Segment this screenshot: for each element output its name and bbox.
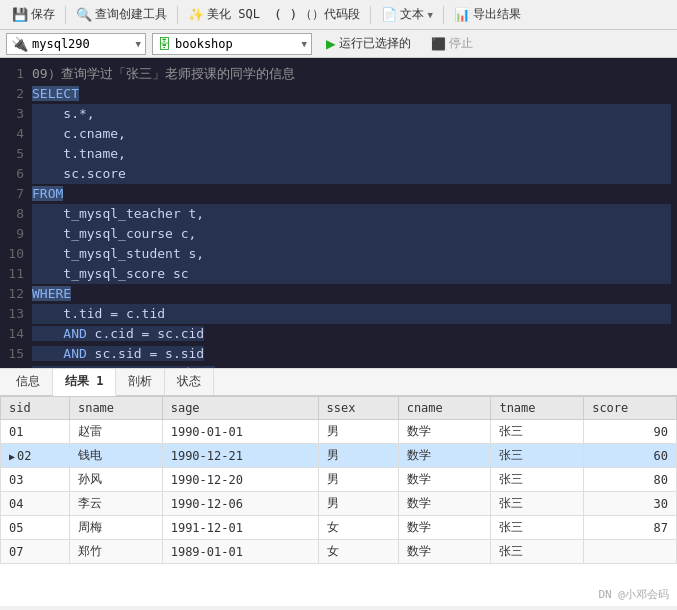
line-number: 14: [6, 324, 24, 344]
code-line: c.cname,: [32, 124, 671, 144]
line-number: 15: [6, 344, 24, 364]
results-table-container[interactable]: sidsnamesagessexcnametnamescore 01赵雷1990…: [0, 396, 677, 606]
table-row[interactable]: 03孙风1990-12-20男数学张三80: [1, 468, 677, 492]
table-cell: 03: [1, 468, 70, 492]
results-wrapper: sidsnamesagessexcnametnamescore 01赵雷1990…: [0, 396, 677, 606]
results-table: sidsnamesagessexcnametnamescore 01赵雷1990…: [0, 396, 677, 564]
line-number: 4: [6, 124, 24, 144]
run-icon: ▶: [326, 34, 336, 53]
table-cell: 80: [584, 468, 677, 492]
line-numbers: 1234567891011121314151617: [0, 58, 28, 368]
connection-selector[interactable]: 🔌 mysql290 ▼: [6, 33, 146, 55]
result-tab[interactable]: 结果 1: [53, 369, 116, 396]
toolbar-separator-2: [177, 6, 178, 24]
table-cell: 男: [318, 492, 398, 516]
stop-label: 停止: [449, 35, 473, 52]
table-cell: 张三: [491, 492, 584, 516]
text-icon: 📄: [381, 7, 397, 22]
text-dropdown-arrow: ▼: [427, 10, 432, 20]
table-row[interactable]: 02钱电1990-12-21男数学张三60: [1, 444, 677, 468]
table-cell: 赵雷: [69, 420, 162, 444]
table-cell: 30: [584, 492, 677, 516]
table-header: ssex: [318, 397, 398, 420]
code-line: t.tname,: [32, 144, 671, 164]
line-number: 7: [6, 184, 24, 204]
beautify-button[interactable]: ✨ 美化 SQL: [182, 4, 266, 25]
toolbar-separator: [65, 6, 66, 24]
toolbar: 💾 保存 🔍 查询创建工具 ✨ 美化 SQL ( ) （）代码段 📄 文本 ▼ …: [0, 0, 677, 30]
table-row[interactable]: 05周梅1991-12-01女数学张三87: [1, 516, 677, 540]
code-line: sc.score: [32, 164, 671, 184]
code-line: AND t.tname = '张三': [32, 364, 671, 368]
table-row[interactable]: 07郑竹1989-01-01女数学张三: [1, 540, 677, 564]
table-cell: 60: [584, 444, 677, 468]
line-number: 13: [6, 304, 24, 324]
table-cell: 郑竹: [69, 540, 162, 564]
table-cell: 1990-12-06: [162, 492, 318, 516]
query-builder-button[interactable]: 🔍 查询创建工具: [70, 4, 173, 25]
table-cell: 男: [318, 444, 398, 468]
table-cell: 05: [1, 516, 70, 540]
query-builder-icon: 🔍: [76, 7, 92, 22]
table-cell: 张三: [491, 516, 584, 540]
table-cell: 女: [318, 516, 398, 540]
save-button[interactable]: 💾 保存: [6, 4, 61, 25]
line-number: 8: [6, 204, 24, 224]
table-cell: 01: [1, 420, 70, 444]
code-line: AND c.cid = sc.cid: [32, 324, 671, 344]
code-line: SELECT: [32, 84, 671, 104]
table-cell: 数学: [398, 420, 491, 444]
table-cell: 02: [1, 444, 70, 468]
run-label: 运行已选择的: [339, 35, 411, 52]
result-tab[interactable]: 信息: [4, 369, 53, 395]
toolbar-separator-3: [370, 6, 371, 24]
table-cell: 钱电: [69, 444, 162, 468]
line-number: 11: [6, 264, 24, 284]
table-cell: 孙风: [69, 468, 162, 492]
code-content[interactable]: 09）查询学过「张三」老师授课的同学的信息SELECT s.*, c.cname…: [28, 58, 677, 368]
code-line: t.tid = c.tid: [32, 304, 671, 324]
table-cell: 张三: [491, 468, 584, 492]
table-row[interactable]: 04李云1990-12-06男数学张三30: [1, 492, 677, 516]
line-number: 6: [6, 164, 24, 184]
database-selector[interactable]: 🗄 bookshop ▼: [152, 33, 312, 55]
run-button[interactable]: ▶ 运行已选择的: [318, 32, 419, 55]
code-line: t_mysql_student s,: [32, 244, 671, 264]
table-cell: [584, 540, 677, 564]
result-tabs: 信息结果 1剖析状态: [0, 368, 677, 396]
beautify-icon: ✨: [188, 7, 204, 22]
connection-bar: 🔌 mysql290 ▼ 🗄 bookshop ▼ ▶ 运行已选择的 ⬛ 停止: [0, 30, 677, 58]
connection-name: mysql290: [32, 37, 90, 51]
snippet-button[interactable]: ( ) （）代码段: [268, 4, 366, 25]
table-cell: 男: [318, 420, 398, 444]
stop-icon: ⬛: [431, 37, 446, 51]
save-icon: 💾: [12, 7, 28, 22]
text-button[interactable]: 📄 文本 ▼: [375, 4, 438, 25]
table-cell: 1990-01-01: [162, 420, 318, 444]
table-cell: 数学: [398, 540, 491, 564]
table-header: sid: [1, 397, 70, 420]
table-cell: 数学: [398, 444, 491, 468]
export-button[interactable]: 📊 导出结果: [448, 4, 527, 25]
table-cell: 1990-12-21: [162, 444, 318, 468]
code-line: t_mysql_teacher t,: [32, 204, 671, 224]
result-tab[interactable]: 状态: [165, 369, 214, 395]
stop-button[interactable]: ⬛ 停止: [425, 33, 479, 54]
code-line: AND sc.sid = s.sid: [32, 344, 671, 364]
table-header: tname: [491, 397, 584, 420]
line-number: 12: [6, 284, 24, 304]
result-tab[interactable]: 剖析: [116, 369, 165, 395]
table-cell: 张三: [491, 540, 584, 564]
snippet-icon: ( ): [274, 7, 297, 22]
table-cell: 女: [318, 540, 398, 564]
sql-editor[interactable]: 1234567891011121314151617 09）查询学过「张三」老师授…: [0, 58, 677, 368]
toolbar-separator-4: [443, 6, 444, 24]
table-cell: 男: [318, 468, 398, 492]
table-cell: 90: [584, 420, 677, 444]
table-row[interactable]: 01赵雷1990-01-01男数学张三90: [1, 420, 677, 444]
line-number: 2: [6, 84, 24, 104]
line-number: 3: [6, 104, 24, 124]
code-line: FROM: [32, 184, 671, 204]
table-header: sname: [69, 397, 162, 420]
table-cell: 张三: [491, 444, 584, 468]
